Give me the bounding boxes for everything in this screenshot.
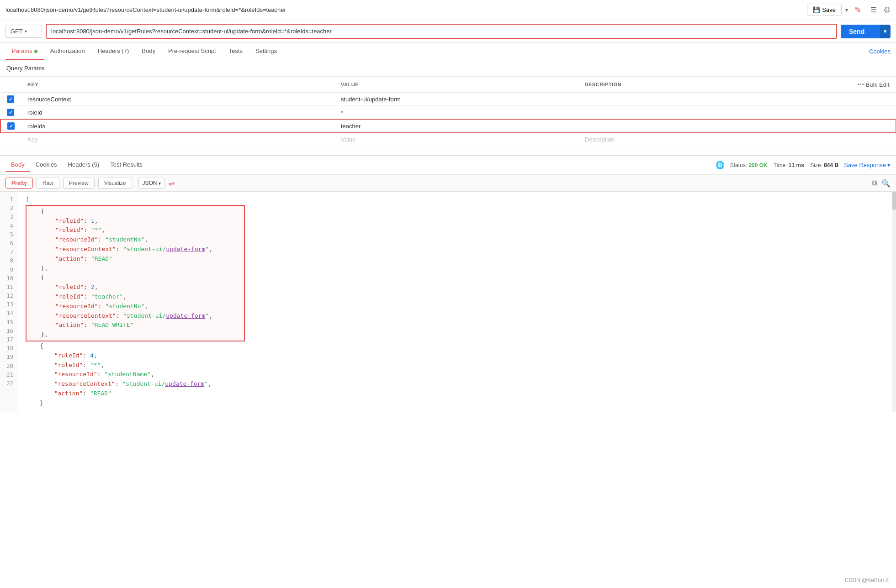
method-chevron-icon: ▾ (25, 29, 27, 34)
param-key[interactable]: roleIds (21, 119, 334, 133)
raw-button[interactable]: Raw (37, 178, 59, 189)
table-row: resourceContext student-ui/update-form (0, 93, 896, 106)
url-input[interactable] (46, 24, 837, 39)
search-icon[interactable]: 🔍 (881, 179, 891, 188)
row-checkbox[interactable] (0, 119, 21, 133)
bulk-edit-button[interactable]: Bulk Edit (866, 82, 890, 88)
query-params-section: Query Params KEY VALUE DESCRIPTION ··· B… (0, 60, 896, 146)
param-actions (745, 106, 896, 120)
row-checkbox[interactable] (0, 93, 21, 106)
param-key[interactable]: resourceContext (21, 93, 334, 106)
visualize-button[interactable]: Visualize (98, 178, 132, 189)
col-header-actions: ··· Bulk Edit (745, 77, 896, 93)
edit-icon[interactable]: ✎ (852, 3, 864, 17)
params-dot (34, 50, 37, 53)
copy-icon[interactable]: ⧉ (872, 179, 877, 187)
request-tabs: Params Authorization Headers (7) Body Pr… (0, 43, 896, 60)
table-row: roleId * (0, 106, 896, 120)
table-row-empty: Key Value Description (0, 133, 896, 146)
json-chevron-icon: ▾ (159, 181, 161, 186)
param-description[interactable] (578, 106, 745, 120)
title-bar-actions: 💾 Save ▾ ✎ ☰ ⚙ (807, 3, 891, 17)
col-header-checkbox (0, 77, 21, 93)
query-params-label: Query Params (0, 60, 896, 76)
more-icon[interactable]: ··· (858, 80, 864, 88)
preview-button[interactable]: Preview (63, 178, 95, 189)
time-value: 11 ms (789, 162, 804, 168)
scrollbar-thumb[interactable] (892, 192, 896, 210)
save-icon: 💾 (813, 6, 820, 13)
tab-pre-request[interactable]: Pre-request Script (162, 43, 223, 60)
tab-authorization[interactable]: Authorization (44, 43, 91, 60)
gear-icon[interactable]: ⚙ (883, 5, 891, 15)
message-icon[interactable]: ☰ (868, 4, 880, 16)
tab-headers[interactable]: Headers (7) (91, 43, 136, 60)
row-checkbox[interactable] (0, 106, 21, 120)
cookies-link[interactable]: Cookies (869, 43, 891, 59)
param-actions (745, 93, 896, 106)
format-right-actions: ⧉ 🔍 (872, 179, 891, 188)
globe-icon: 🌐 (716, 161, 725, 169)
filter-icon[interactable]: ⇌ (169, 179, 175, 188)
params-table: KEY VALUE DESCRIPTION ··· Bulk Edit (0, 76, 896, 146)
table-row: roleIds teacher (0, 119, 896, 133)
response-tabs-row: Body Cookies Headers (5) Test Results 🌐 … (0, 155, 896, 175)
save-response-button[interactable]: Save Response ▾ (844, 162, 891, 168)
url-bar: GET ▾ Send ▾ (0, 20, 896, 43)
param-value[interactable]: teacher (334, 119, 578, 133)
param-value[interactable]: student-ui/update-form (334, 93, 578, 106)
param-description[interactable] (578, 119, 745, 133)
method-dropdown[interactable]: GET ▾ (5, 25, 42, 38)
param-value-placeholder[interactable]: Value (334, 133, 578, 146)
save-button[interactable]: 💾 Save (807, 4, 842, 16)
format-type-dropdown[interactable]: JSON ▾ (138, 178, 165, 189)
tab-response-headers[interactable]: Headers (5) (63, 158, 105, 172)
spacer (0, 146, 896, 155)
tab-body[interactable]: Body (135, 43, 162, 60)
param-actions (745, 119, 896, 133)
param-key-placeholder[interactable]: Key (21, 133, 334, 146)
chevron-down-icon[interactable]: ▾ (845, 7, 848, 13)
method-label: GET (11, 28, 23, 35)
tab-response-body[interactable]: Body (5, 158, 30, 172)
format-bar: Pretty Raw Preview Visualize JSON ▾ ⇌ ⧉ … (0, 175, 896, 192)
save-response-chevron-icon: ▾ (887, 162, 891, 168)
title-bar: localhost:8080/json-demo/v1/getRules?res… (0, 0, 896, 20)
param-key[interactable]: roleId (21, 106, 334, 120)
pretty-button[interactable]: Pretty (5, 178, 33, 189)
checkbox-resourcecontext[interactable] (7, 95, 14, 103)
col-header-key: KEY (21, 77, 334, 93)
param-description[interactable] (578, 93, 745, 106)
checkbox-roleids[interactable] (7, 122, 15, 130)
line-numbers: 1 2 3 4 5 6 7 8 9 10 11 12 13 14 15 16 1… (0, 192, 18, 412)
tab-params[interactable]: Params (5, 43, 44, 60)
response-code-view: 1 2 3 4 5 6 7 8 9 10 11 12 13 14 15 16 1… (0, 192, 896, 412)
tab-response-cookies[interactable]: Cookies (30, 158, 63, 172)
send-dropdown-button[interactable]: ▾ (880, 25, 891, 38)
param-value[interactable]: * (334, 106, 578, 120)
status-info: Status: 200 OK Time: 11 ms Size: 844 B (730, 162, 839, 168)
tab-tests[interactable]: Tests (223, 43, 249, 60)
response-section: Body Cookies Headers (5) Test Results 🌐 … (0, 155, 896, 412)
window-title: localhost:8080/json-demo/v1/getRules?res… (5, 6, 807, 13)
param-desc-placeholder[interactable]: Description (578, 133, 745, 146)
size-value: 844 B (824, 162, 838, 168)
scrollbar-track[interactable] (892, 192, 896, 412)
send-button-group: Send ▾ (841, 25, 891, 38)
response-status-bar: 🌐 Status: 200 OK Time: 11 ms Size: 844 B… (716, 161, 891, 169)
col-header-value: VALUE (334, 77, 578, 93)
status-code: 200 OK (748, 162, 767, 168)
send-button[interactable]: Send (841, 25, 882, 38)
col-header-description: DESCRIPTION (578, 77, 745, 93)
tab-settings[interactable]: Settings (249, 43, 283, 60)
tab-test-results[interactable]: Test Results (105, 158, 148, 172)
watermark: CSDN @KeBon Z (845, 577, 889, 583)
code-content: [ { "ruleId": 1, "roleId": "*", "resourc… (18, 192, 892, 412)
checkbox-roleid[interactable] (7, 109, 14, 116)
